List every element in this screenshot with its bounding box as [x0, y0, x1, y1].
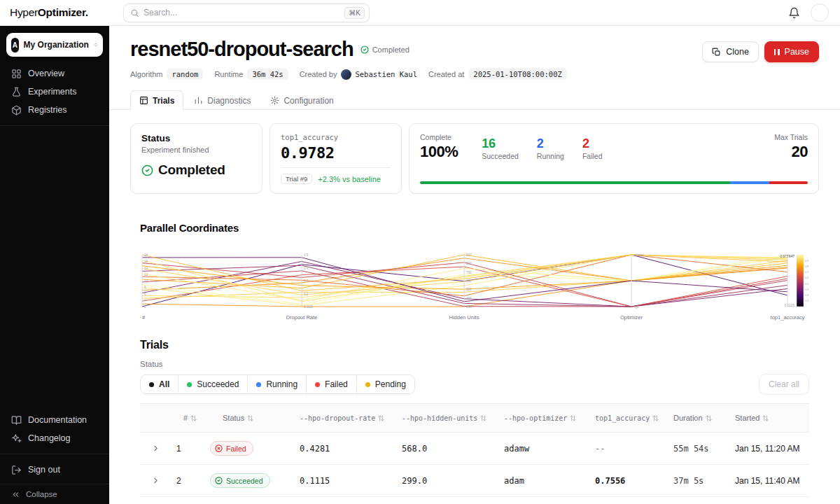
app-logo[interactable]: HyperOptimizer. [0, 6, 109, 19]
svg-text:0.4: 0.4 [304, 267, 309, 270]
started-value: Jan 15, 11:40 AM [729, 476, 809, 486]
column-header-started[interactable]: Started [729, 414, 809, 422]
complete-value: 100% [420, 143, 458, 161]
table-row[interactable]: 2 Succeeded 0.1115 299.0 adam 0.7556 37m… [140, 465, 809, 497]
parallel-section: Parallel Coordinates #18161412108642Drop… [130, 222, 819, 323]
clear-all-button[interactable]: Clear all [759, 374, 809, 395]
svg-text:0.3: 0.3 [805, 293, 809, 297]
status-text: Completed [372, 46, 410, 54]
search-input[interactable] [144, 8, 340, 18]
svg-text:400: 400 [466, 297, 472, 300]
status-badge-label: Succeeded [226, 477, 263, 485]
sidebar-item-experiments[interactable]: Experiments [6, 83, 104, 100]
tab-trials[interactable]: Trials [130, 90, 183, 110]
sidebar-item-sign-out[interactable]: Sign out [6, 461, 104, 478]
sidebar-collapse-button[interactable]: Collapse [0, 484, 109, 504]
bar-chart-icon [194, 96, 203, 105]
sort-icon[interactable] [247, 414, 253, 422]
filter-all[interactable]: All [141, 375, 178, 393]
sidebar-item-registries[interactable]: Registries [6, 102, 104, 118]
collapse-label: Collapse [26, 490, 57, 498]
max-trials-group: Max Trials 20 [774, 133, 808, 161]
filter-pending[interactable]: Pending [356, 375, 414, 393]
running-dot [256, 382, 261, 387]
clone-button[interactable]: Clone [702, 41, 759, 62]
svg-text:0.5: 0.5 [304, 253, 309, 257]
svg-text:6: 6 [144, 293, 146, 296]
parallel-chart-wrap: #18161412108642Dropout Rate0.50.40.30.20… [140, 251, 809, 323]
summary-cards: Status Experiment finished Completed top… [130, 123, 819, 194]
sort-icon[interactable] [378, 414, 384, 422]
filter-running[interactable]: Running [247, 375, 306, 393]
succeeded-count: 16 [482, 136, 519, 151]
svg-text:847: 847 [466, 253, 472, 257]
column-header-accuracy[interactable]: top1_accuracy [589, 414, 668, 422]
expand-row-button[interactable] [147, 472, 164, 489]
flask-icon [11, 87, 22, 97]
sidebar-secondary-nav: Documentation Changelog [0, 412, 109, 447]
meta-label: Created at [428, 70, 464, 78]
logo-text: Hyper [10, 6, 38, 18]
table-row[interactable]: 1 Failed 0.4281 568.0 adamw -- 55m 54s J… [140, 433, 809, 465]
sort-icon[interactable] [762, 414, 769, 422]
meta-label: Algorithm [130, 70, 162, 78]
org-switcher[interactable]: A My Organization [6, 33, 103, 57]
filter-label-text: All [159, 379, 169, 389]
user-avatar[interactable] [811, 4, 829, 22]
sidebar-item-documentation[interactable]: Documentation [6, 412, 104, 428]
failed-label: Failed [582, 152, 603, 160]
book-icon [11, 415, 22, 426]
trials-section: Trials Status All Succeeded Running Fail… [130, 339, 819, 497]
sort-icon[interactable] [706, 414, 712, 422]
column-header-status[interactable]: Status [204, 414, 294, 422]
experiment-status: Completed [360, 46, 410, 54]
started-value: Jan 15, 11:20 AM [729, 444, 809, 454]
svg-text:top1_accuracy: top1_accuracy [771, 314, 805, 321]
sort-icon[interactable] [652, 414, 659, 422]
column-header-optimizer[interactable]: --hpo-optimizer [498, 414, 589, 422]
column-header-duration[interactable]: Duration [668, 414, 729, 422]
progress-card: Complete 100% 16 Succeeded 2 Running [409, 123, 819, 194]
sidebar-divider [0, 125, 109, 126]
filter-succeeded[interactable]: Succeeded [178, 375, 247, 393]
clone-label: Clone [726, 47, 749, 57]
tab-diagnostics[interactable]: Diagnostics [185, 90, 260, 110]
succeeded-dot [187, 382, 192, 387]
filter-label-text: Failed [325, 379, 348, 389]
sidebar: A My Organization Overview Experiments R… [0, 26, 109, 504]
pause-button[interactable]: Pause [764, 41, 819, 62]
svg-text:Optimizer: Optimizer [620, 314, 643, 321]
column-header-hidden-units[interactable]: --hpo-hidden-units [396, 414, 498, 422]
column-header-num[interactable]: # [171, 414, 204, 422]
meta-label: Runtime [214, 70, 243, 78]
sort-icon[interactable] [570, 414, 576, 422]
filter-label: Status [140, 360, 809, 368]
expand-row-button[interactable] [147, 440, 164, 457]
svg-text:16: 16 [144, 260, 148, 263]
status-badge-label: Failed [226, 444, 246, 453]
sidebar-item-overview[interactable]: Overview [6, 65, 104, 82]
trial-number: 2 [171, 476, 204, 486]
filter-failed[interactable]: Failed [306, 375, 356, 393]
logout-icon [11, 465, 22, 475]
svg-text:500: 500 [466, 288, 472, 291]
sidebar-item-changelog[interactable]: Changelog [6, 430, 104, 447]
content: Status Experiment finished Completed top… [109, 110, 840, 504]
svg-text:0.1115: 0.1115 [304, 305, 314, 309]
gear-icon [270, 96, 279, 105]
column-header-dropout[interactable]: --hpo-dropout-rate [294, 414, 396, 422]
svg-text:sgd: sgd [634, 305, 639, 309]
tab-label: Trials [153, 96, 174, 106]
status-badge: Succeeded [210, 473, 270, 488]
svg-text:18: 18 [144, 253, 148, 257]
copy-icon [712, 48, 721, 57]
sort-icon[interactable] [190, 414, 197, 422]
meta-algorithm: Algorithm random [130, 69, 203, 80]
notifications-button[interactable] [788, 7, 800, 19]
sort-icon[interactable] [480, 414, 486, 422]
tab-configuration[interactable]: Configuration [261, 90, 342, 110]
search-bar[interactable]: ⌘K [123, 4, 370, 22]
chevrons-up-down-icon [94, 41, 98, 49]
progress-bar [420, 181, 808, 184]
svg-text:0.977847: 0.977847 [780, 254, 794, 258]
